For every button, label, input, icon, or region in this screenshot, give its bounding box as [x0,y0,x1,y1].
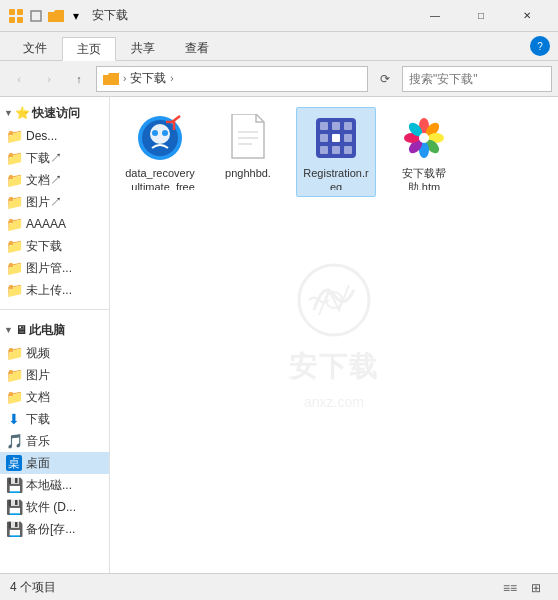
pic-icon: 📁 [6,367,22,383]
this-pc-label: 此电脑 [29,322,65,339]
quick-access-header[interactable]: ▼ ⭐ 快速访问 [0,101,109,125]
path-folder-icon [103,72,119,86]
sidebar-item-label: 安下载 [26,238,62,255]
ribbon-tabs: 文件 主页 共享 查看 ? [0,32,558,60]
title-bar: ▾ 安下载 — □ ✕ [0,0,558,32]
help-button[interactable]: ? [530,36,550,56]
star-icon: ⭐ [15,106,30,120]
svg-point-5 [299,265,369,335]
back-button[interactable]: ‹ [6,66,32,92]
file-name-reg: Registration.reg [301,166,371,190]
sidebar-item-anzaixia[interactable]: 📁 安下载 [0,235,109,257]
file-name-exe: data_recovery_ultimate_free.exe [125,166,195,190]
svg-rect-18 [344,122,352,130]
title-text: 安下载 [92,7,412,24]
sidebar-item-label: 本地磁... [26,477,72,494]
sidebar-item-desk[interactable]: 桌 桌面 [0,452,109,474]
sidebar: ▼ ⭐ 快速访问 📁 Des... 📁 下载↗ 📁 文档↗ 📁 图片↗ 📁 [0,97,110,573]
file-item-blank[interactable]: pnghhbd. [208,107,288,197]
expand-icon: ▼ [4,108,13,118]
exe-icon [136,114,184,162]
svg-rect-20 [332,134,340,142]
grid-view-button[interactable]: ⊞ [524,578,548,598]
sidebar-item-picmanager[interactable]: 📁 图片管... [0,257,109,279]
sidebar-item-pic[interactable]: 📁 图片 [0,364,109,386]
window-icon [8,8,24,24]
quick-access-label: 快速访问 [32,105,80,122]
sidebar-item-video[interactable]: 📁 视频 [0,342,109,364]
sidebar-item-pictures[interactable]: 📁 图片↗ [0,191,109,213]
sidebar-item-label: 备份[存... [26,521,75,538]
tab-share[interactable]: 共享 [116,36,170,60]
divider [0,309,109,310]
sidebar-item-downloads[interactable]: 📁 下载↗ [0,147,109,169]
watermark-text: 安下载 [289,348,379,386]
search-box[interactable]: 🔍 [402,66,552,92]
this-pc-header[interactable]: ▼ 🖥 此电脑 [0,318,109,342]
svg-point-34 [419,133,429,143]
sidebar-item-label: 文档↗ [26,172,62,189]
folder-icon: 📁 [6,128,22,144]
up-button[interactable]: ↑ [66,66,92,92]
forward-button[interactable]: › [36,66,62,92]
tab-view[interactable]: 查看 [170,36,224,60]
disk3-icon: 💾 [6,521,22,537]
minimize-button[interactable]: — [412,0,458,32]
ribbon: 文件 主页 共享 查看 ? [0,32,558,61]
quick-access-section: ▼ ⭐ 快速访问 📁 Des... 📁 下载↗ 📁 文档↗ 📁 图片↗ 📁 [0,97,109,305]
sidebar-item-docs[interactable]: 📁 文档↗ [0,169,109,191]
file-item-exe[interactable]: data_recovery_ultimate_free.exe [120,107,200,197]
breadcrumb-separator: › [123,73,126,84]
svg-rect-22 [320,146,328,154]
folder-icon: 📁 [6,216,22,232]
breadcrumb-current: 安下载 [130,70,166,87]
svg-rect-4 [31,11,41,21]
sidebar-item-upload[interactable]: 📁 未上传... [0,279,109,301]
watermark: 安下载 anxz.com [289,260,379,410]
sidebar-item-label: Des... [26,129,57,143]
sidebar-item-label: 下载↗ [26,150,62,167]
expand-icon: ▼ [4,325,13,335]
title-bar-icons: ▾ [8,8,84,24]
svg-point-10 [152,130,158,136]
sidebar-item-label: 音乐 [26,433,50,450]
sidebar-item-label: 软件 (D... [26,499,76,516]
sidebar-item-label: 图片 [26,367,50,384]
dropdown-icon[interactable]: ▾ [68,8,84,24]
address-path[interactable]: › 安下载 › [96,66,368,92]
sidebar-item-document[interactable]: 📁 文档 [0,386,109,408]
folder-icon: 📁 [6,172,22,188]
sidebar-item-localdisk[interactable]: 💾 本地磁... [0,474,109,496]
disk-icon: 💾 [6,477,22,493]
status-bar: 4 个项目 ≡≡ ⊞ [0,573,558,600]
file-area[interactable]: 安下载 anxz.com [110,97,558,573]
file-item-reg[interactable]: Registration.reg [296,107,376,197]
svg-point-6 [326,292,342,308]
refresh-button[interactable]: ⟳ [372,66,398,92]
sidebar-item-dl[interactable]: ⬇ 下载 [0,408,109,430]
computer-icon: 🖥 [15,323,27,337]
list-view-button[interactable]: ≡≡ [498,578,522,598]
search-input[interactable] [409,72,558,86]
close-button[interactable]: ✕ [504,0,550,32]
folder-icon: 📁 [6,238,22,254]
sidebar-item-label: AAAAA [26,217,66,231]
sidebar-item-music[interactable]: 🎵 音乐 [0,430,109,452]
svg-rect-0 [9,9,15,15]
main-layout: ▼ ⭐ 快速访问 📁 Des... 📁 下载↗ 📁 文档↗ 📁 图片↗ 📁 [0,97,558,573]
file-item-htm[interactable]: 安下载帮助.htm [384,107,464,197]
sidebar-item-backup[interactable]: 💾 备份[存... [0,518,109,540]
sidebar-item-label: 图片↗ [26,194,62,211]
tab-file[interactable]: 文件 [8,36,62,60]
tab-home[interactable]: 主页 [62,37,116,61]
svg-rect-19 [320,134,328,142]
sidebar-item-software[interactable]: 💾 软件 (D... [0,496,109,518]
sidebar-item-aaaaa[interactable]: 📁 AAAAA [0,213,109,235]
sidebar-item-label: 桌面 [26,455,50,472]
sidebar-item-label: 图片管... [26,260,72,277]
maximize-button[interactable]: □ [458,0,504,32]
svg-rect-2 [9,17,15,23]
svg-rect-23 [332,146,340,154]
sidebar-item-desktop[interactable]: 📁 Des... [0,125,109,147]
svg-rect-21 [344,134,352,142]
